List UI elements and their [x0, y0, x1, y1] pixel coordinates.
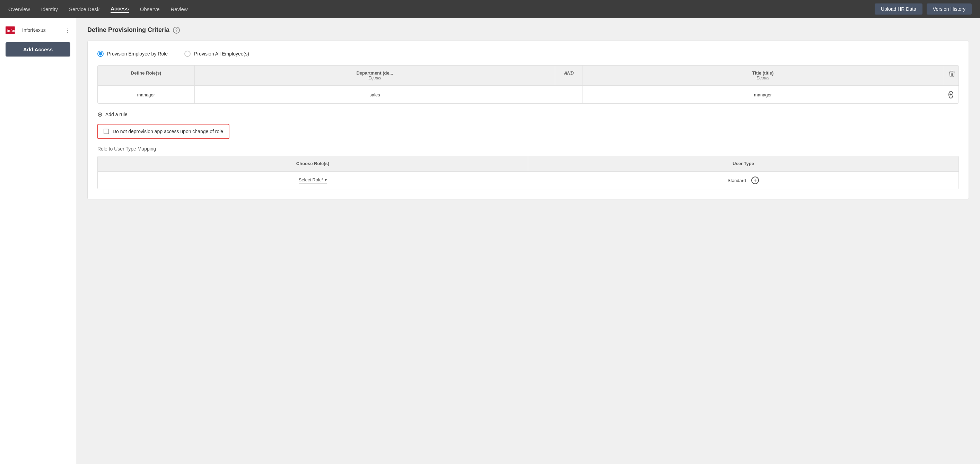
radio-all-employees-label: Provision All Employee(s) [194, 51, 249, 57]
th-department: Department (de... Equals [195, 65, 555, 85]
nav-service-desk[interactable]: Service Desk [69, 6, 99, 12]
upload-hr-data-button[interactable]: Upload HR Data [875, 3, 923, 14]
sidebar: infor InforNexus ⋮ Add Access [0, 18, 76, 464]
nav-observe[interactable]: Observe [140, 6, 160, 12]
svg-text:infor: infor [6, 28, 16, 33]
radio-by-role-circle [97, 51, 103, 57]
sidebar-logo: infor InforNexus ⋮ [0, 24, 76, 40]
td-and [555, 86, 583, 103]
nav-actions: Upload HR Data Version History [875, 3, 972, 14]
select-role-wrapper[interactable]: Select Role* ▾ [299, 177, 327, 183]
add-rule-row: ⊕ Add a rule [97, 111, 959, 118]
sidebar-logo-text: InforNexus [22, 27, 46, 33]
nav-links: Overview Identity Service Desk Access Ob… [8, 6, 188, 13]
td-department: sales [195, 86, 555, 103]
version-history-button[interactable]: Version History [927, 3, 972, 14]
table-row: manager sales manager + [98, 86, 959, 103]
infor-logo-icon: infor [6, 26, 19, 34]
radio-group: Provision Employee by Role Provision All… [97, 51, 959, 57]
page-title-row: Define Provisioning Criteria ? [88, 26, 969, 33]
chevron-down-icon: ▾ [325, 177, 327, 182]
user-type-value: Standard [728, 178, 746, 183]
radio-all-employees[interactable]: Provision All Employee(s) [185, 51, 249, 57]
nav-overview[interactable]: Overview [8, 6, 30, 12]
td-role: manager [98, 86, 195, 103]
role-mapping-title: Role to User Type Mapping [97, 146, 959, 151]
th-actions [943, 65, 959, 85]
lower-td-user-type: Standard + [528, 172, 959, 189]
add-row-button[interactable]: + [948, 91, 953, 99]
table-header: Define Role(s) Department (de... Equals … [98, 65, 959, 86]
provisioning-card: Provision Employee by Role Provision All… [88, 41, 969, 199]
add-rule-icon: ⊕ [97, 111, 103, 118]
role-mapping-table: Choose Role(s) User Type Select Role* ▾ … [97, 156, 959, 189]
nav-access[interactable]: Access [111, 6, 129, 13]
deprovision-label: Do not deprovision app access upon chang… [113, 129, 223, 134]
top-nav: Overview Identity Service Desk Access Ob… [0, 0, 980, 18]
lower-table-row: Select Role* ▾ Standard + [98, 171, 959, 189]
lower-th-choose-roles: Choose Role(s) [98, 156, 528, 171]
td-title: manager [583, 86, 943, 103]
nav-review[interactable]: Review [171, 6, 188, 12]
select-role-placeholder: Select Role* [299, 177, 324, 182]
add-rule-label[interactable]: Add a rule [105, 112, 127, 117]
add-access-button[interactable]: Add Access [6, 42, 70, 57]
td-row-actions: + [943, 86, 959, 103]
radio-by-role-label: Provision Employee by Role [107, 51, 168, 57]
lower-table-header: Choose Role(s) User Type [98, 156, 959, 171]
deprovision-checkbox-row: Do not deprovision app access upon chang… [97, 124, 229, 139]
deprovision-checkbox[interactable] [103, 129, 109, 134]
delete-row-button[interactable] [949, 70, 955, 77]
th-and: AND [555, 65, 583, 85]
radio-by-role[interactable]: Provision Employee by Role [97, 51, 168, 57]
main-content: Define Provisioning Criteria ? Provision… [76, 18, 980, 464]
th-define-roles: Define Role(s) [98, 65, 195, 85]
page-title: Define Provisioning Criteria [88, 26, 169, 33]
nav-identity[interactable]: Identity [41, 6, 58, 12]
add-user-type-button[interactable]: + [751, 177, 759, 184]
th-title: Title (title) Equals [583, 65, 943, 85]
logo-left: infor InforNexus [6, 26, 46, 34]
roles-table: Define Role(s) Department (de... Equals … [97, 65, 959, 104]
sidebar-menu-icon[interactable]: ⋮ [64, 26, 70, 34]
lower-th-user-type: User Type [528, 156, 959, 171]
lower-td-select-role: Select Role* ▾ [98, 172, 528, 189]
help-icon[interactable]: ? [173, 27, 180, 33]
radio-all-employees-circle [185, 51, 191, 57]
layout: infor InforNexus ⋮ Add Access Define Pro… [0, 18, 980, 464]
